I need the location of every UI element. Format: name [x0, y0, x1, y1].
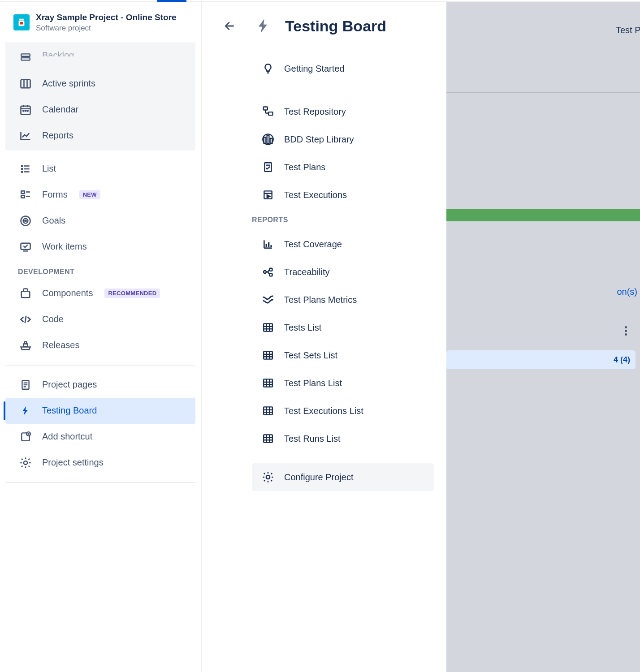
sidebar-item-testing-board[interactable]: Testing Board [5, 398, 195, 424]
library-icon [261, 132, 275, 146]
sidebar-item-project-settings[interactable]: Project settings [5, 450, 195, 476]
grid-icon [261, 320, 275, 335]
sidebar-item-active-sprints[interactable]: Active sprints [5, 71, 195, 97]
svg-rect-59 [268, 242, 269, 247]
back-button[interactable] [221, 18, 238, 34]
svg-rect-45 [264, 107, 268, 110]
sidebar-item-work-items[interactable]: Work items [5, 234, 195, 260]
sidebar-item-forms[interactable]: Forms NEW [5, 182, 195, 208]
svg-point-12 [23, 110, 24, 111]
menu-test-plans[interactable]: Test Plans [252, 153, 434, 181]
sidebar-item-backlog[interactable]: Backlog [5, 45, 195, 71]
menu-test-coverage[interactable]: Test Coverage [252, 230, 434, 258]
testing-board-panel: Testing Board Getting Started Test Repos… [202, 2, 446, 672]
play-square-icon [261, 188, 275, 202]
plans-icon [261, 160, 275, 174]
grid-icon [261, 348, 275, 362]
svg-rect-33 [25, 342, 27, 344]
svg-point-14 [27, 110, 28, 111]
svg-point-89 [266, 475, 270, 479]
sidebar-item-components[interactable]: Components RECOMMENDED [5, 280, 195, 306]
menu-test-plans-metrics[interactable]: Test Plans Metrics [252, 286, 434, 314]
project-subtitle: Software project [36, 24, 177, 33]
line-chart-icon [19, 129, 32, 142]
menu-tests-list[interactable]: Tests List [252, 314, 434, 341]
xray-bolt-icon [255, 17, 272, 35]
gear-icon [261, 470, 275, 484]
backlog-icon [19, 51, 32, 65]
gear-icon [19, 456, 32, 470]
svg-point-17 [22, 168, 23, 169]
svg-rect-4 [21, 58, 30, 60]
obscured-background: Test Pl on(s) 4 (4) [446, 2, 640, 672]
svg-rect-74 [264, 379, 272, 387]
sidebar-item-list[interactable]: List [5, 156, 195, 182]
svg-marker-55 [267, 195, 270, 198]
bg-count-chip[interactable]: 4 (4) [446, 350, 636, 369]
bg-link-fragment[interactable]: on(s) [617, 287, 637, 297]
menu-test-repository[interactable]: Test Repository [252, 98, 434, 125]
section-development-label: DEVELOPMENT [5, 260, 195, 280]
grid-icon [261, 431, 275, 446]
svg-point-19 [22, 171, 23, 172]
menu-test-plans-list[interactable]: Test Plans List [252, 369, 434, 397]
menu-getting-started[interactable]: Getting Started [252, 55, 434, 82]
project-sidebar: Xray Sample Project - Online Store Softw… [0, 2, 202, 672]
svg-rect-63 [270, 274, 272, 276]
bg-green-bar [446, 209, 640, 221]
svg-point-27 [25, 220, 26, 221]
menu-test-executions[interactable]: Test Executions [252, 181, 434, 209]
svg-rect-0 [19, 19, 24, 21]
menu-configure-project[interactable]: Configure Project [252, 463, 434, 491]
menu-traceability[interactable]: Traceability [252, 258, 434, 286]
svg-line-31 [25, 316, 26, 323]
component-icon [19, 287, 32, 300]
tray-icon [19, 240, 32, 254]
lightbulb-icon [261, 61, 275, 76]
svg-rect-30 [22, 291, 30, 297]
svg-rect-84 [264, 435, 272, 442]
svg-rect-60 [270, 245, 272, 247]
svg-rect-3 [21, 54, 30, 56]
sidebar-item-calendar[interactable]: Calendar [5, 97, 195, 123]
kebab-menu-icon[interactable] [619, 324, 632, 337]
svg-rect-5 [21, 79, 30, 88]
code-icon [19, 313, 32, 326]
board-icon [19, 77, 32, 90]
svg-rect-48 [267, 136, 269, 144]
svg-rect-2 [20, 22, 23, 25]
recommended-badge: RECOMMENDED [104, 289, 160, 298]
menu-test-executions-list[interactable]: Test Executions List [252, 397, 434, 425]
menu-test-sets-list[interactable]: Test Sets List [252, 341, 434, 369]
forms-icon [19, 188, 32, 202]
svg-rect-69 [264, 351, 272, 359]
sidebar-item-releases[interactable]: Releases [5, 332, 195, 358]
sidebar-item-reports[interactable]: Reports [5, 123, 195, 149]
menu-test-runs-list[interactable]: Test Runs List [252, 425, 434, 452]
calendar-icon [19, 103, 32, 116]
svg-rect-23 [21, 195, 25, 198]
traceability-icon [261, 265, 275, 279]
ship-icon [19, 339, 32, 352]
project-title: Xray Sample Project - Online Store [36, 13, 177, 23]
add-shortcut-icon [19, 430, 32, 444]
repository-icon [261, 104, 275, 119]
sidebar-item-add-shortcut[interactable]: Add shortcut [5, 424, 195, 450]
svg-rect-62 [270, 268, 272, 271]
target-icon [19, 214, 32, 228]
menu-bdd-step-library[interactable]: BDD Step Library [252, 125, 434, 153]
section-reports-label: REPORTS [221, 209, 437, 230]
sidebar-item-goals[interactable]: Goals [5, 208, 195, 234]
project-header: Xray Sample Project - Online Store Softw… [4, 13, 197, 43]
svg-point-43 [24, 461, 27, 465]
panel-title: Testing Board [285, 17, 386, 35]
svg-rect-51 [264, 163, 271, 172]
svg-point-13 [25, 110, 26, 111]
grid-icon [261, 376, 275, 390]
bg-text-fragment: Test Pl [616, 25, 640, 35]
sidebar-item-project-pages[interactable]: Project pages [5, 372, 195, 398]
bar-chart-icon [261, 237, 275, 251]
project-avatar-icon [13, 14, 30, 30]
sidebar-item-code[interactable]: Code [5, 306, 195, 332]
metrics-icon [261, 293, 275, 307]
